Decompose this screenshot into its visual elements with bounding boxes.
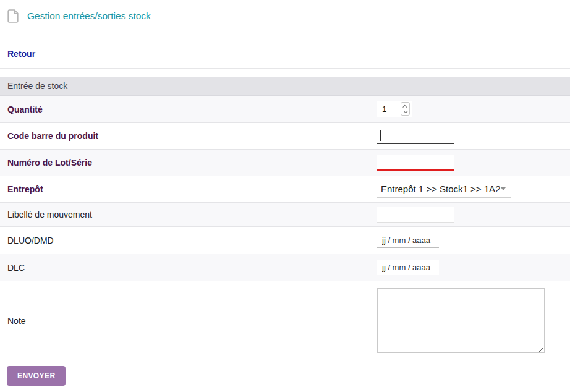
dlc-label: DLC	[0, 263, 377, 273]
stepper-arrows-icon[interactable]	[401, 102, 410, 116]
text-cursor	[380, 130, 381, 141]
document-icon	[7, 9, 19, 23]
topbar: Gestion entrées/sorties stock	[0, 0, 570, 25]
row-quantity: Quantité 1	[0, 96, 570, 123]
row-lot-serial: Numéro de Lot/Série	[0, 150, 570, 176]
dluo-dmd-date-input[interactable]	[377, 232, 439, 248]
movement-label: Libellé de mouvement	[0, 210, 377, 219]
quantity-value: 1	[382, 104, 386, 114]
dluo-dmd-label: DLUO/DMD	[0, 236, 377, 245]
row-note: Note	[0, 281, 570, 360]
row-warehouse: Entrepôt Entrepôt 1 >> Stock1 >> 1A2	[0, 176, 570, 203]
row-movement-label: Libellé de mouvement	[0, 203, 570, 227]
note-label: Note	[0, 316, 377, 326]
row-dlc: DLC	[0, 254, 570, 281]
lot-serial-label: Numéro de Lot/Série	[0, 158, 377, 168]
section-header: Entrée de stock	[0, 77, 570, 96]
dlc-date-input[interactable]	[377, 260, 439, 275]
back-link[interactable]: Retour	[7, 49, 35, 59]
page-title-link[interactable]: Gestion entrées/sorties stock	[27, 11, 151, 22]
quantity-stepper[interactable]: 1	[377, 101, 412, 117]
warehouse-selected-option: Entrepôt 1 >> Stock1 >> 1A2	[381, 184, 500, 194]
chevron-down-icon	[501, 187, 506, 190]
row-dluo-dmd: DLUO/DMD	[0, 227, 570, 254]
quantity-label: Quantité	[0, 104, 377, 114]
barcode-input[interactable]	[377, 128, 454, 144]
barcode-label: Code barre du produit	[0, 131, 377, 141]
lot-serial-input[interactable]	[377, 155, 454, 171]
movement-input[interactable]	[377, 207, 454, 223]
warehouse-label: Entrepôt	[0, 184, 377, 194]
warehouse-select[interactable]: Entrepôt 1 >> Stock1 >> 1A2	[377, 181, 511, 198]
stepper-down-icon[interactable]	[404, 109, 408, 113]
divider	[0, 68, 570, 69]
stepper-up-icon[interactable]	[402, 104, 407, 109]
stock-entry-form: Entrée de stock Quantité 1 Code barre du…	[0, 77, 570, 360]
note-textarea[interactable]	[377, 288, 545, 353]
envoyer-button[interactable]: ENVOYER	[7, 366, 66, 386]
row-barcode: Code barre du produit	[0, 123, 570, 150]
